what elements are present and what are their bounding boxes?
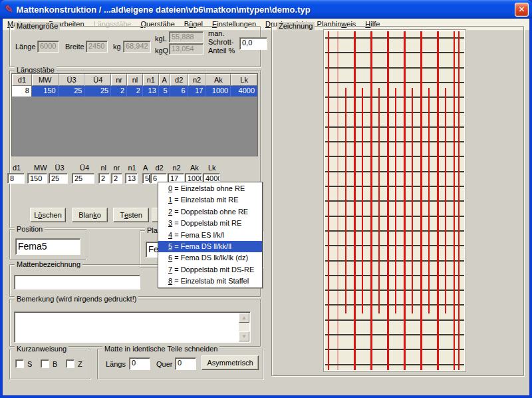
quer-cut-label: Quer (156, 360, 172, 368)
dropdown-item-1[interactable]: 1 = Einzelstab mit RE (158, 194, 262, 206)
checkbox-label-z: Z (78, 360, 82, 368)
kurzanweisung-options: SBZ (10, 349, 90, 379)
grid-cell[interactable]: 4000 (231, 86, 257, 97)
group-teile-label: Matte in identische Teile schneiden (102, 345, 219, 353)
field-input-nr[interactable]: 2 (111, 173, 122, 184)
breite-label: Breite (65, 43, 84, 51)
mesh-drawing (325, 31, 464, 370)
group-mattengroesse: Mattengröße Länge 6000 Breite 2450 kg 68… (9, 26, 261, 67)
kgq-field[interactable]: 13,054 (169, 43, 203, 55)
dropdown-item-7[interactable]: 7 = Doppelstab mit DS-RE (158, 264, 262, 276)
group-bemerkung: Bemerkung (wird nirgends gedruckt!) ▲ ▼ (9, 299, 261, 347)
quer-cut-field[interactable]: 0 (175, 357, 196, 370)
laengsstaebe-grid[interactable]: d1MWÜ3Ü4nrnln1Ad2n2AkLk 8150252522135617… (11, 73, 258, 156)
kgq-label: kgQ (155, 47, 168, 55)
field-label-n2: n2 (173, 164, 181, 172)
dropdown-item-0[interactable]: 0 = Einzelstab ohne RE (158, 183, 262, 194)
grid-header-cell: Ü3 (59, 74, 85, 86)
dropdown-item-8[interactable]: 8 = Einzelstab mit Staffel (158, 276, 262, 287)
kg-field[interactable]: 68,942 (123, 41, 151, 53)
field-input-nl[interactable]: 2 (98, 173, 110, 184)
grid-header-cell: d2 (170, 74, 188, 86)
field-input-a[interactable]: 5 (142, 173, 150, 184)
laenge-field[interactable]: 6000 (37, 41, 59, 53)
grid-data-row[interactable]: 815025252213561710004000 (12, 86, 257, 97)
field-input-d1[interactable]: 8 (7, 173, 25, 184)
field-label-d1: d1 (13, 164, 21, 172)
kgl-field[interactable]: 55,888 (169, 31, 203, 43)
window-title: Mattenkonstruktion / ...ald\eigene datei… (17, 5, 515, 15)
checkbox-b[interactable]: B (41, 359, 57, 368)
grid-cell[interactable]: 5 (159, 86, 170, 97)
group-zeichnung-label: Zeichnung (277, 22, 315, 30)
dropdown-item-2[interactable]: 2 = Doppelstab ohne RE (158, 206, 262, 218)
laengs-cut-field[interactable]: 0 (129, 357, 150, 370)
grid-header-cell: MW (32, 74, 59, 86)
scroll-up-icon[interactable]: ▲ (239, 313, 249, 323)
breite-field[interactable]: 2450 (86, 41, 108, 53)
schrott-field[interactable]: 0,0 (239, 37, 267, 50)
checkbox-z[interactable]: Z (66, 359, 82, 368)
group-mattenbezeichnung-label: Mattenbezeichnung (15, 260, 82, 268)
bemerkung-scrollbar[interactable]: ▲ ▼ (239, 313, 249, 341)
blanko-button[interactable]: Blanko (72, 208, 108, 222)
field-label-ü3: Ü3 (55, 164, 65, 172)
checkbox-box-z[interactable] (66, 359, 74, 368)
group-teile: Matte in identische Teile schneiden Läng… (97, 349, 263, 379)
kg-label: kg (113, 43, 121, 51)
grid-header-cell: nr (111, 74, 127, 86)
grid-cell[interactable]: 17 (188, 86, 206, 97)
grid-header-cell: n2 (188, 74, 206, 86)
grid-header-cell: A (159, 74, 170, 86)
dropdown-item-3[interactable]: 3 = Doppelstab mit RE (158, 218, 262, 229)
field-label-ak: Ak (190, 164, 199, 172)
grid-cell[interactable]: 1000 (205, 86, 231, 97)
dropdown-item-6[interactable]: 6 = Fema DS lk/lk/lk (dz) (158, 252, 262, 264)
field-label-n1: n1 (128, 164, 136, 172)
close-button[interactable]: ✕ (515, 3, 529, 17)
grid-cell[interactable]: 2 (127, 86, 143, 97)
field-label-d2: d2 (156, 164, 164, 172)
close-icon: ✕ (518, 5, 525, 14)
dropdown-item-4[interactable]: 4 = Fema ES l/k/l (158, 230, 262, 241)
field-label-ü4: Ü4 (80, 164, 89, 172)
grid-cell[interactable]: 8 (12, 86, 32, 97)
grid-cell[interactable]: 2 (111, 86, 127, 97)
checkbox-s[interactable]: S (15, 359, 32, 368)
kgl-label: kgL (155, 35, 167, 43)
position-field[interactable]: Fema5 (15, 238, 80, 255)
grid-header-row: d1MWÜ3Ü4nrnln1Ad2n2AkLk (12, 74, 257, 86)
grid-cell[interactable]: 13 (143, 86, 159, 97)
grid-header-cell: n1 (143, 74, 159, 86)
field-input-ü3[interactable]: 25 (49, 173, 68, 184)
group-mattengroesse-label: Mattengröße (15, 22, 60, 30)
grid-cell[interactable]: 25 (84, 86, 111, 97)
field-label-a: A (143, 164, 148, 172)
schrott-label: man. Schrott- Anteil % (208, 29, 235, 55)
grid-cell[interactable]: 25 (59, 86, 85, 97)
checkbox-box-s[interactable] (15, 359, 24, 368)
app-pencil-icon: ✎ (5, 3, 13, 15)
form-body: MattentypBearbeitenLängsstäbeQuerstäbeBü… (3, 19, 529, 395)
testen-button[interactable]: Testen (113, 208, 149, 222)
scroll-down-icon[interactable]: ▼ (239, 331, 249, 341)
group-bemerkung-label: Bemerkung (wird nirgends gedruckt!) (15, 295, 138, 303)
field-input-n1[interactable]: 13 (125, 173, 138, 184)
grid-header-cell: Ü4 (84, 74, 111, 86)
field-input-ü4[interactable]: 25 (72, 173, 94, 184)
field-label-lk: Lk (208, 164, 216, 172)
group-position-label: Position (15, 225, 45, 233)
checkbox-box-b[interactable] (41, 359, 49, 368)
grid-cell[interactable]: 6 (170, 86, 188, 97)
grid-cell[interactable]: 150 (32, 86, 59, 97)
grid-header-cell: nl (127, 74, 143, 86)
field-label-row: d1MWÜ3Ü4nlnrn1Ad2n2AkLk (3, 164, 263, 172)
field-input-mw[interactable]: 150 (27, 173, 47, 184)
dropdown-item-5[interactable]: 5 = Fema DS ll/kk/ll (158, 241, 262, 252)
title-bar[interactable]: ✎ Mattenkonstruktion / ...ald\eigene dat… (0, 0, 532, 19)
bemerkung-textarea[interactable]: ▲ ▼ (14, 311, 251, 343)
mattenbezeichnung-field[interactable] (14, 275, 140, 290)
field-label-mw: MW (34, 164, 47, 172)
asymmetrisch-button[interactable]: Asymmetrisch (201, 355, 259, 370)
löschen-button[interactable]: Löschen (30, 208, 66, 222)
